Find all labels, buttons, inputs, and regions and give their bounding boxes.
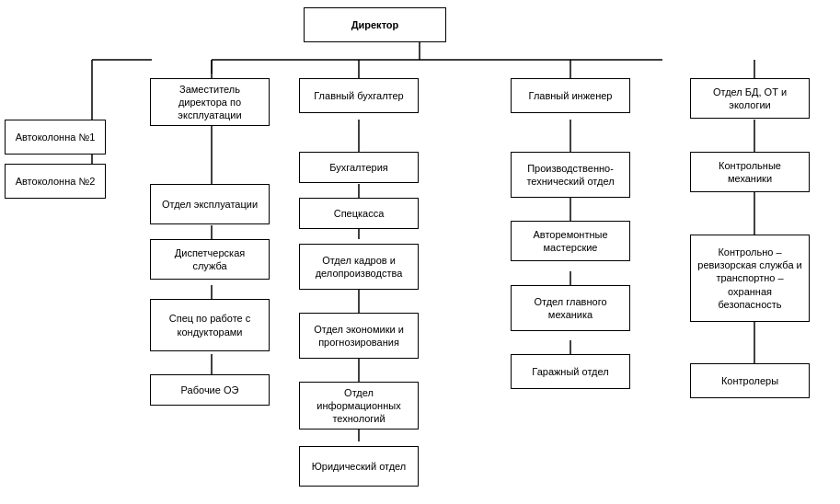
spec-konduk-box: Спец по работе с кондукторами (150, 299, 270, 351)
otdel-ekon-box: Отдел экономики и прогнозирования (299, 313, 419, 359)
otdel-it-box: Отдел информационных технологий (299, 382, 419, 430)
org-chart: Директор Автоколонна №1 Автоколонна №2 З… (0, 0, 840, 504)
kontrolery-box: Контролеры (690, 363, 810, 398)
otdel-bd-box: Отдел БД, ОТ и экологии (690, 78, 810, 119)
avtokolonna2-box: Автоколонна №2 (5, 164, 106, 199)
avtoremontnie-box: Авторемонтные мастерские (511, 221, 630, 261)
proizv-tech-box: Производственно-технический отдел (511, 152, 630, 198)
garazh-box: Гаражный отдел (511, 354, 630, 389)
yurid-box: Юридический отдел (299, 446, 419, 487)
zam-director-box: Заместитель директора по эксплуатации (150, 78, 270, 126)
director-box: Директор (304, 7, 446, 42)
gl-inzhener-box: Главный инженер (511, 78, 630, 113)
kontrol-meh-box: Контрольные механики (690, 152, 810, 192)
avtokolonna1-box: Автоколонна №1 (5, 120, 106, 155)
otdel-exp-box: Отдел эксплуатации (150, 184, 270, 224)
disp-box: Диспетчерская служба (150, 239, 270, 280)
speckassa-box: Спецкасса (299, 198, 419, 229)
buhgalteriya-box: Бухгалтерия (299, 152, 419, 183)
otdel-gl-meh-box: Отдел главного механика (511, 285, 630, 331)
kontrol-rev-box: Контрольно – ревизорская служба и трансп… (690, 235, 810, 322)
rabochie-box: Рабочие ОЭ (150, 374, 270, 406)
gl-buhgalter-box: Главный бухгалтер (299, 78, 419, 113)
otdel-kadrov-box: Отдел кадров и делопроизводства (299, 244, 419, 290)
